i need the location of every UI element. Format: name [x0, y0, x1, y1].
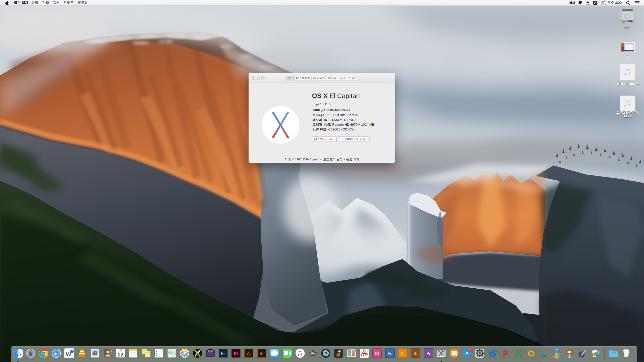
svg-text:Ps: Ps [388, 351, 392, 356]
svg-text:ID: ID [375, 351, 379, 356]
svg-text:O: O [528, 349, 534, 358]
svg-text:ID: ID [234, 351, 238, 356]
svg-text:W: W [489, 349, 497, 358]
svg-text:Ai: Ai [247, 351, 251, 356]
svg-text:2월: 2월 [119, 349, 122, 351]
svg-text:Ps: Ps [221, 351, 226, 356]
svg-text:X: X [515, 349, 521, 358]
svg-text:P: P [503, 349, 508, 358]
svg-text:1: 1 [469, 349, 471, 352]
svg-text:Br: Br [414, 351, 418, 356]
svg-text:22: 22 [118, 352, 123, 357]
svg-text:Ai: Ai [401, 351, 405, 356]
svg-text:Pr: Pr [426, 351, 431, 356]
svg-text:Br: Br [260, 351, 264, 356]
svg-text:A: A [465, 351, 469, 356]
svg-text:L: L [541, 349, 547, 358]
svg-text:3D: 3D [173, 354, 175, 356]
